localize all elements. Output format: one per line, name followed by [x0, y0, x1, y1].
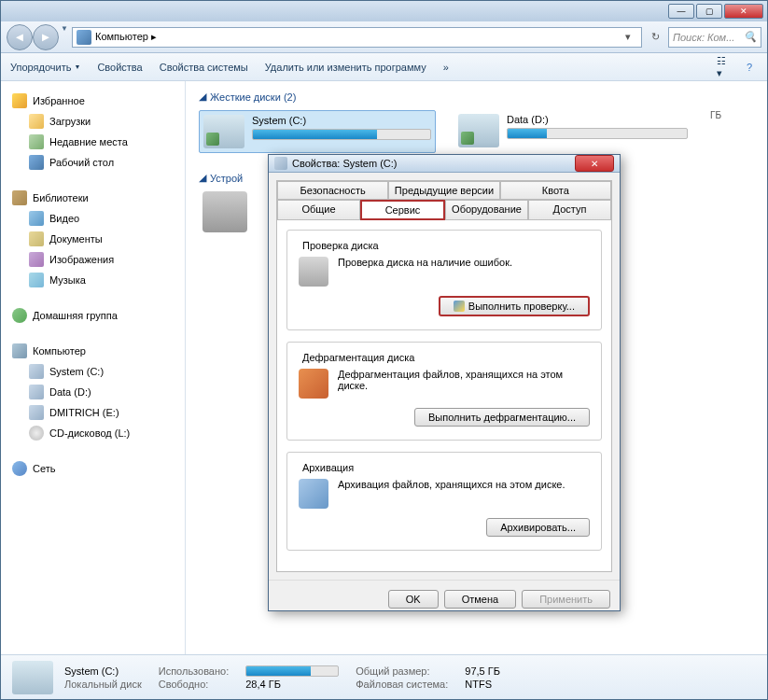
- drive-d-item[interactable]: Data (D:): [454, 110, 691, 153]
- sidebar-item-videos[interactable]: Видео: [5, 208, 181, 229]
- address-dropdown-icon[interactable]: ▾: [619, 31, 637, 43]
- sidebar-item-drive-e[interactable]: DMITRICH (E:): [5, 402, 181, 423]
- system-properties-button[interactable]: Свойства системы: [160, 62, 248, 73]
- tab-general[interactable]: Общие: [277, 200, 360, 220]
- forward-button[interactable]: ►: [33, 24, 59, 50]
- library-icon: [12, 190, 27, 205]
- search-input[interactable]: Поиск: Ком... 🔍: [668, 27, 761, 48]
- expand-icon: ◢: [199, 172, 206, 184]
- dialog-close-button[interactable]: ✕: [575, 155, 614, 172]
- desktop-icon: [29, 155, 44, 170]
- sidebar-item-recent[interactable]: Недавние места: [5, 132, 181, 152]
- back-button[interactable]: ◄: [7, 24, 33, 50]
- sidebar-item-downloads[interactable]: Загрузки: [5, 111, 181, 132]
- tab-sharing[interactable]: Доступ: [528, 200, 611, 220]
- sidebar-item-documents[interactable]: Документы: [5, 229, 181, 249]
- backup-now-button[interactable]: Архивировать...: [486, 518, 590, 537]
- drive-icon: [29, 405, 44, 420]
- drive-c-item[interactable]: System (C:): [199, 110, 436, 153]
- refresh-button[interactable]: ↻: [646, 31, 664, 43]
- backup-group: Архивация Архивация файлов, хранящихся н…: [286, 452, 602, 551]
- address-bar[interactable]: Компьютер ▸ ▾: [72, 27, 642, 48]
- sidebar: Избранное Загрузки Недавние места Рабочи…: [1, 81, 186, 654]
- backup-text: Архивация файлов, хранящихся на этом дис…: [338, 479, 590, 490]
- tab-previous-versions[interactable]: Предыдущие версии: [388, 181, 499, 200]
- drive-icon: [12, 661, 53, 694]
- folder-icon: [29, 114, 44, 129]
- search-icon: 🔍: [744, 31, 757, 43]
- navigation-bar: ◄ ► ▼ Компьютер ▸ ▾ ↻ Поиск: Ком... 🔍: [1, 21, 767, 53]
- tab-hardware[interactable]: Оборудование: [445, 200, 528, 220]
- device-item[interactable]: [199, 191, 251, 236]
- star-icon: [12, 93, 27, 108]
- drive-icon: [458, 114, 499, 147]
- status-drive-name: System (C:): [64, 665, 142, 677]
- document-icon: [29, 231, 44, 246]
- gb-label: ГБ: [710, 110, 721, 153]
- homegroup-header[interactable]: Домашняя группа: [5, 305, 181, 326]
- backup-legend: Архивация: [299, 462, 357, 473]
- minimize-button[interactable]: —: [668, 4, 694, 19]
- sidebar-item-music[interactable]: Музыка: [5, 270, 181, 290]
- tab-security[interactable]: Безопасность: [277, 181, 388, 200]
- maximize-button[interactable]: ▢: [696, 4, 722, 19]
- organize-menu[interactable]: Упорядочить▼: [10, 62, 80, 73]
- computer-icon: [12, 343, 27, 358]
- tab-tools[interactable]: Сервис: [360, 200, 445, 220]
- close-button[interactable]: ✕: [724, 4, 763, 19]
- sidebar-item-desktop[interactable]: Рабочий стол: [5, 152, 181, 173]
- music-icon: [29, 273, 44, 287]
- recent-icon: [29, 134, 44, 149]
- status-usage-bar: [245, 665, 339, 677]
- favorites-header[interactable]: Избранное: [5, 91, 181, 111]
- dialog-titlebar[interactable]: Свойства: System (C:) ✕: [269, 155, 620, 173]
- network-header[interactable]: Сеть: [5, 458, 181, 479]
- disk-check-icon: [299, 257, 328, 287]
- help-icon[interactable]: ?: [741, 59, 758, 76]
- nav-history-dropdown[interactable]: ▼: [59, 24, 68, 50]
- computer-header[interactable]: Компьютер: [5, 341, 181, 361]
- fs-value: NTFS: [465, 679, 500, 690]
- cd-icon: [29, 426, 44, 441]
- fs-label: Файловая система:: [356, 679, 448, 690]
- defrag-icon: [299, 369, 328, 399]
- check-now-button[interactable]: Выполнить проверку...: [439, 296, 590, 316]
- dialog-footer: OK Отмена Применить: [269, 580, 620, 618]
- check-disk-text: Проверка диска на наличие ошибок.: [338, 257, 590, 268]
- hard-drives-header[interactable]: ◢ Жесткие диски (2): [199, 91, 754, 103]
- sidebar-item-pictures[interactable]: Изображения: [5, 249, 181, 270]
- computer-icon: [77, 30, 91, 45]
- view-options-icon[interactable]: ☷ ▾: [717, 59, 733, 76]
- tab-quota[interactable]: Квота: [500, 181, 611, 200]
- cancel-button[interactable]: Отмена: [444, 590, 516, 609]
- drive-label: System (C:): [252, 115, 431, 126]
- defrag-text: Дефрагментация файлов, хранящихся на это…: [338, 369, 590, 391]
- total-value: 97,5 ГБ: [465, 665, 500, 677]
- expand-icon: ◢: [199, 91, 206, 103]
- defrag-legend: Дефрагментация диска: [299, 352, 418, 363]
- total-label: Общий размер:: [356, 665, 448, 677]
- sidebar-item-drive-c[interactable]: System (C:): [5, 361, 181, 382]
- sidebar-item-drive-d[interactable]: Data (D:): [5, 382, 181, 402]
- drive-icon: [203, 115, 244, 148]
- ok-button[interactable]: OK: [388, 590, 439, 609]
- uninstall-button[interactable]: Удалить или изменить программу: [265, 62, 426, 73]
- status-bar: System (C:) Использовано: Общий размер: …: [1, 654, 767, 699]
- sidebar-item-cd[interactable]: CD-дисковод (L:): [5, 423, 181, 443]
- properties-button[interactable]: Свойства: [97, 62, 142, 73]
- homegroup-icon: [12, 308, 27, 323]
- drive-icon: [29, 385, 44, 399]
- drive-type: Локальный диск: [64, 679, 142, 690]
- libraries-header[interactable]: Библиотеки: [5, 188, 181, 208]
- toolbar-overflow[interactable]: »: [443, 62, 449, 73]
- network-icon: [12, 461, 27, 476]
- defrag-now-button[interactable]: Выполнить дефрагментацию...: [414, 408, 590, 427]
- toolbar: Упорядочить▼ Свойства Свойства системы У…: [1, 53, 767, 81]
- window-titlebar: — ▢ ✕: [1, 1, 767, 21]
- apply-button[interactable]: Применить: [522, 590, 610, 609]
- drive-usage-bar: [507, 128, 688, 139]
- shield-icon: [454, 301, 465, 312]
- drive-icon: [274, 157, 287, 170]
- picture-icon: [29, 252, 44, 267]
- drive-icon: [29, 364, 44, 379]
